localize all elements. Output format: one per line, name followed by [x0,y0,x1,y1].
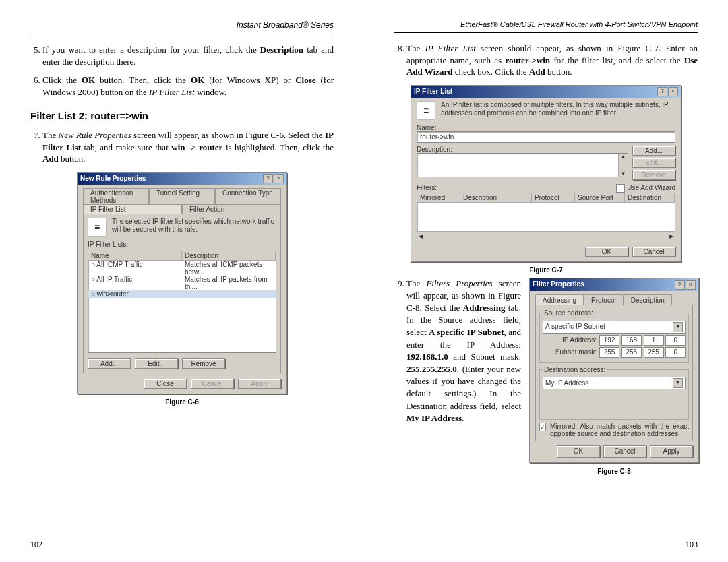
col-protocol: Protocol [532,193,575,202]
close-icon[interactable]: × [686,280,696,290]
close-icon[interactable]: × [274,174,284,183]
page-right: EtherFast® Cable/DSL Firewall Router wit… [364,0,728,562]
tab-filter-action[interactable]: Filter Action [182,204,281,214]
name-input[interactable]: router->win [417,131,675,143]
page-number-right: 103 [686,540,698,550]
figure-c7-caption: Figure C-7 [394,266,698,274]
filter-list-icon: ≡ [88,218,107,237]
scrollbar[interactable]: ▲▼ [618,154,628,177]
destination-address-dropdown[interactable]: My IP Address▼ [543,377,686,389]
dialog-titlebar: Filter Properties ?× [530,278,698,291]
col-description: Description [182,251,276,260]
use-add-wizard-checkbox[interactable]: Use Add Wizard [616,184,675,193]
name-label: Name: [417,124,675,131]
help-icon[interactable]: ? [675,280,685,290]
close-icon[interactable]: × [668,87,678,96]
col-source-port: Source Port [575,193,625,202]
list-item[interactable]: ○ All ICMP Traffic Matches all ICMP pack… [88,261,276,276]
tab-auth-methods[interactable]: Authentication Methods [83,188,149,205]
add-button[interactable]: Add... [88,358,131,369]
step-8: The IP Filter List screen should appear,… [406,42,698,78]
description-input[interactable]: ▲▼ [417,153,628,177]
dialog-title: New Rule Properties [80,175,146,182]
header-rule [30,34,334,34]
dialog-desc: An IP filter list is composed of multipl… [441,101,675,120]
ip-address-label: IP Address: [543,336,599,345]
filters-label: Filters: [417,184,437,193]
subnet-mask-label: Subnet mask: [543,348,599,357]
dialog-title: IP Filter List [414,88,452,95]
mask-octet[interactable]: 0 [665,347,686,358]
list-item[interactable]: ○ All IP Traffic Matches all IP packets … [88,276,276,290]
dialog-titlebar: IP Filter List ?× [411,86,681,98]
tab-protocol[interactable]: Protocol [584,294,624,306]
figure-c8-caption: Figure C-8 [529,467,699,476]
step-6: Click the OK button. Then, click the OK … [42,74,334,98]
ip-octet[interactable]: 0 [665,335,686,346]
help-icon[interactable]: ? [657,87,667,96]
col-mirrored: Mirrored [417,193,460,202]
remove-button[interactable]: Remove [182,358,225,369]
ip-octet[interactable]: 1 [644,335,664,346]
apply-button: Apply [238,379,281,389]
header-rule [394,32,698,33]
filter-list-icon: ≡ [417,101,435,120]
steps-list-right: The IP Filter List screen should appear,… [406,42,698,78]
source-address-label: Source address: [543,309,595,318]
mirrored-checkbox[interactable]: ✓ Mirrored. Also match packets with the … [539,423,689,437]
ip-octet[interactable]: 168 [621,335,642,346]
col-name: Name [88,251,182,260]
mask-octet[interactable]: 255 [621,347,642,358]
chevron-down-icon: ▼ [673,378,683,388]
remove-button: Remove [632,170,675,180]
add-button[interactable]: Add... [632,146,675,156]
help-icon[interactable]: ? [263,174,273,183]
tab-ip-filter-list[interactable]: IP Filter List [83,204,182,214]
steps-list-left-2: The New Rule Properties screen will appe… [42,129,334,165]
dialog-desc: The selected IP filter list specifies wh… [112,218,276,237]
close-button[interactable]: Close [144,379,187,389]
edit-button: Edit... [632,158,675,168]
step-9: The Filters Properties screen will appea… [406,278,698,480]
cancel-button: Cancel [191,379,234,389]
tab-connection-type[interactable]: Connection Type [215,188,281,205]
tab-tunnel-setting[interactable]: Tunnel Setting [149,188,215,205]
h-scrollbar[interactable]: ◀▶ [417,231,675,241]
dialog-titlebar: New Rule Properties ?× [78,173,286,185]
dialog-new-rule-properties: New Rule Properties ?× Authentication Me… [77,172,287,394]
dialog-title: Filter Properties [533,280,584,289]
edit-button[interactable]: Edit... [135,358,178,369]
step-5: If you want to enter a description for y… [42,44,334,67]
section-heading: Filter List 2: router=>win [30,110,334,121]
steps-list-left: If you want to enter a description for y… [42,44,334,98]
ok-button[interactable]: OK [557,445,600,458]
page-left: Instant Broadband® Series If you want to… [0,0,364,562]
col-description: Description [460,193,532,202]
tab-description[interactable]: Description [624,294,672,306]
ok-button[interactable]: OK [585,247,628,257]
chevron-down-icon: ▼ [673,322,683,332]
step-7: The New Rule Properties screen will appe… [42,129,334,165]
list-item-selected[interactable]: ○ win>router [88,290,276,298]
col-destination: Destination [625,193,675,202]
figure-c6-caption: Figure C-6 [30,398,334,406]
page-number-left: 102 [30,540,42,550]
ip-octet[interactable]: 192 [599,335,619,346]
cancel-button[interactable]: Cancel [603,445,646,458]
filter-lists-label: IP Filter Lists: [88,241,276,248]
destination-address-label: Destination address: [543,365,607,375]
dialog-filter-properties: Filter Properties ?× Addressing Protocol… [529,278,699,463]
dialog-ip-filter-list: IP Filter List ?× ≡ An IP filter list is… [411,85,681,262]
description-label: Description: [417,146,628,153]
mask-octet[interactable]: 255 [599,347,619,358]
tab-addressing[interactable]: Addressing [535,294,584,306]
header-left: Instant Broadband® Series [30,20,334,30]
apply-button[interactable]: Apply [650,445,693,458]
header-right: EtherFast® Cable/DSL Firewall Router wit… [394,20,698,28]
mask-octet[interactable]: 255 [644,347,664,358]
titlebar-buttons: ?× [262,174,284,183]
source-address-dropdown[interactable]: A specific IP Subnet▼ [543,321,686,334]
cancel-button[interactable]: Cancel [632,247,675,257]
